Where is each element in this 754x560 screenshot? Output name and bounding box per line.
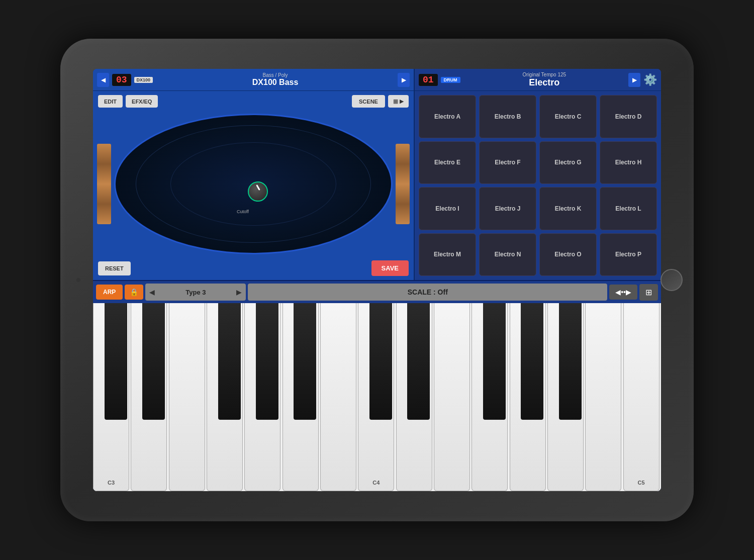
black-key[interactable]	[521, 303, 543, 420]
sequencer-button[interactable]: ▦ ▶	[388, 95, 409, 108]
left-slider[interactable]	[97, 144, 111, 224]
reset-button[interactable]: RESET	[98, 261, 131, 275]
arp-row: ARP 🔒 ◀ Type 3 ▶ SCALE : Off ◀••▶ ⊞	[93, 280, 661, 303]
drum-pad-electro-i[interactable]: Electro I	[419, 187, 476, 230]
grid-button[interactable]: ⊞	[639, 284, 658, 301]
synth-label-tag: DX100	[134, 77, 153, 83]
black-key[interactable]	[294, 303, 316, 420]
drum-pad-electro-c[interactable]: Electro C	[539, 95, 597, 138]
piano-section[interactable]: C3C4C5	[93, 303, 661, 491]
synth-panel: ◀ 03 DX100 Bass / Poly DX100 Bass ▶ EDIT…	[93, 69, 415, 280]
cutoff-knob[interactable]	[248, 181, 268, 202]
black-key[interactable]	[369, 303, 392, 420]
save-button[interactable]: SAVE	[371, 260, 409, 276]
white-key[interactable]: C5	[623, 303, 659, 491]
black-key[interactable]	[256, 303, 278, 420]
drum-pad-electro-k[interactable]: Electro K	[539, 187, 597, 230]
black-key[interactable]	[407, 303, 430, 420]
xy-pad-area: Cutoff	[93, 112, 414, 256]
white-key[interactable]	[169, 303, 205, 491]
black-key[interactable]	[483, 303, 506, 420]
edit-button[interactable]: EDIT	[98, 95, 123, 108]
sequencer-icon: ▦ ▶	[393, 98, 404, 105]
drum-pad-electro-f[interactable]: Electro F	[479, 141, 536, 184]
white-key[interactable]	[434, 303, 470, 491]
tablet: ◀ 03 DX100 Bass / Poly DX100 Bass ▶ EDIT…	[60, 39, 694, 521]
top-section: ◀ 03 DX100 Bass / Poly DX100 Bass ▶ EDIT…	[93, 69, 661, 280]
drum-pad-electro-d[interactable]: Electro D	[600, 95, 657, 138]
expand-button[interactable]: ◀••▶	[609, 285, 637, 300]
gear-button[interactable]: ⚙️	[643, 73, 657, 86]
drum-pad-electro-m[interactable]: Electro M	[419, 233, 476, 276]
black-key[interactable]	[559, 303, 582, 420]
scene-button[interactable]: SCENE	[352, 95, 385, 108]
xy-pad[interactable]: Cutoff	[114, 114, 393, 254]
arp-button[interactable]: ARP	[96, 285, 123, 300]
home-button[interactable]	[661, 269, 683, 291]
camera	[76, 278, 80, 282]
synth-header: ◀ 03 DX100 Bass / Poly DX100 Bass ▶	[93, 69, 414, 91]
lock-button[interactable]: 🔒	[125, 285, 143, 300]
drum-pad-electro-b[interactable]: Electro B	[479, 95, 536, 138]
type-navigator: ◀ Type 3 ▶	[145, 284, 246, 301]
drum-header: 01 DRUM Original Tempo 125 Electro ▶ ⚙️	[415, 69, 661, 91]
synth-name: DX100 Bass	[156, 78, 395, 87]
type-label: Type 3	[159, 289, 232, 296]
drum-pad-electro-e[interactable]: Electro E	[419, 141, 476, 184]
white-key[interactable]	[585, 303, 621, 491]
synth-controls-row: EDIT EFX/EQ SCENE ▦ ▶	[93, 91, 414, 112]
synth-prev-arrow[interactable]: ◀	[97, 73, 109, 87]
black-key[interactable]	[105, 303, 127, 420]
drum-name: Electro	[463, 77, 625, 88]
scale-display[interactable]: SCALE : Off	[248, 284, 607, 301]
drum-label-tag: DRUM	[441, 77, 460, 83]
drum-pad-electro-j[interactable]: Electro J	[479, 187, 536, 230]
synth-patch-number: 03	[112, 74, 131, 86]
efx-button[interactable]: EFX/EQ	[126, 95, 158, 108]
black-key[interactable]	[218, 303, 241, 420]
drum-pad-electro-g[interactable]: Electro G	[539, 141, 597, 184]
drum-pad-electro-a[interactable]: Electro A	[419, 95, 476, 138]
drum-patch-number: 01	[419, 74, 438, 86]
drum-pad-electro-l[interactable]: Electro L	[600, 187, 657, 230]
cutoff-label: Cutoff	[237, 209, 249, 214]
screen: ◀ 03 DX100 Bass / Poly DX100 Bass ▶ EDIT…	[93, 69, 661, 491]
drum-grid: Electro AElectro BElectro CElectro DElec…	[415, 91, 661, 280]
right-slider[interactable]	[396, 144, 410, 224]
drum-pad-electro-h[interactable]: Electro H	[600, 141, 657, 184]
synth-name-area: Bass / Poly DX100 Bass	[156, 72, 395, 87]
drum-pad-electro-n[interactable]: Electro N	[479, 233, 536, 276]
piano-container: C3C4C5	[93, 303, 661, 491]
synth-category: Bass / Poly	[156, 72, 395, 78]
drum-panel: 01 DRUM Original Tempo 125 Electro ▶ ⚙️ …	[415, 69, 661, 280]
drum-name-area: Original Tempo 125 Electro	[463, 72, 625, 88]
drum-tempo: Original Tempo 125	[463, 72, 625, 77]
synth-next-arrow[interactable]: ▶	[398, 73, 410, 87]
white-key[interactable]	[320, 303, 356, 491]
drum-pad-electro-o[interactable]: Electro O	[539, 233, 597, 276]
black-key[interactable]	[142, 303, 165, 420]
type-next-arrow[interactable]: ▶	[234, 288, 244, 296]
bottom-buttons-row: RESET SAVE	[93, 256, 414, 280]
type-prev-arrow[interactable]: ◀	[147, 288, 157, 296]
drum-next-arrow[interactable]: ▶	[628, 73, 640, 87]
drum-pad-electro-p[interactable]: Electro P	[600, 233, 657, 276]
